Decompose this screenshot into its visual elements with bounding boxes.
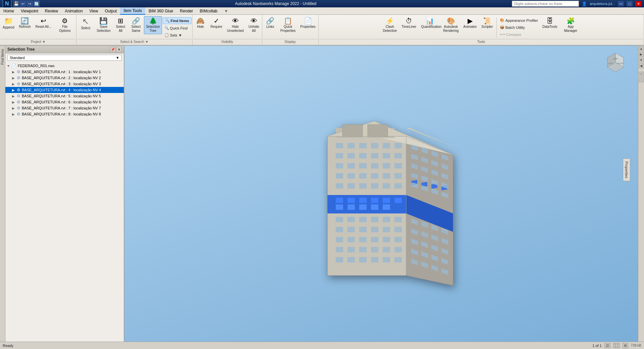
maximize-button[interactable]: □ [627,1,633,6]
svg-rect-56 [383,204,390,210]
selection-tree-button[interactable]: 🌲 SelectionTree [144,16,162,34]
quick-access-refresh[interactable]: 🔄 [34,1,40,7]
find-items-button[interactable]: 🔍 Find Items [163,17,192,24]
quick-access-save[interactable]: 💾 [13,1,19,7]
refresh-button[interactable]: 🔄 Refresh [17,16,33,30]
scroll-left-button[interactable]: ◀ [639,63,644,68]
svg-rect-63 [347,217,355,222]
menu-bim360[interactable]: BIM 360 Glue [145,8,176,14]
layout-button[interactable]: ⧉ [623,343,628,348]
tree-item-nv4[interactable]: ▶ ⚙ BASE_ARQUITETURA.rvt : 4 : localizaç… [5,87,124,93]
tree-item-nv2[interactable]: ▶ ⚙ BASE_ARQUITETURA.rvt : 2 : localizaç… [5,75,124,81]
save-selection-button[interactable]: 💾 SaveSelection [95,16,112,34]
tree-item-nv5[interactable]: ▶ ⚙ BASE_ARQUITETURA.rvt : 5 : localizaç… [5,93,124,99]
clash-detective-button[interactable]: ⚡ ClashDetective [381,16,399,34]
menubar: Home Viewpoint Review Animation View Out… [0,7,644,15]
save-selection-icon: 💾 [99,17,108,24]
links-button[interactable]: 🔗 Links [263,16,278,30]
quick-properties-button[interactable]: 📋 QuickProperties [278,16,298,34]
select-button[interactable]: ↖ Select [77,16,94,32]
compare-button[interactable]: ⟺ Compare [498,31,540,38]
tree-view-dropdown[interactable]: Standard ▼ [7,55,122,61]
select-all-icon: ⊞ [118,17,123,24]
quantification-button[interactable]: 📊 Quantification [419,16,440,30]
scroll-right-button[interactable]: ▶ [639,52,644,57]
svg-rect-91 [394,257,402,262]
select-same-icon: 🔗 [132,17,140,24]
zoom-fit-button[interactable]: ⛶ [613,343,620,348]
file-options-button[interactable]: ⚙ File Options [54,16,75,34]
select-all-button[interactable]: ⊞ SelectAll [113,16,128,34]
properties-button[interactable]: 📄 Properties [298,16,318,30]
hide-button[interactable]: 🙈 Hide [193,16,208,30]
reset-all-button[interactable]: ↩ Reset All... [34,16,54,30]
panel-close-button[interactable]: ✕ [116,47,122,52]
svg-rect-51 [394,198,402,203]
item-nv8-label: BASE_ARQUITETURA.rvt : 8 : localização N… [22,112,101,116]
svg-rect-23 [359,153,367,158]
animator-button[interactable]: ▶ Animator [461,16,479,30]
3d-viewport[interactable]: TOP FRONT LEFT [124,46,644,342]
tree-root-item[interactable]: ▼ 📄 FEDERADO_R01.nwc [5,63,124,69]
menu-more[interactable]: ▼ [221,8,231,14]
sets-button[interactable]: 📋 Sets ▼ [163,32,192,38]
timeliner-icon: ⏱ [406,17,412,24]
tree-item-nv7[interactable]: ▶ ⚙ BASE_ARQUITETURA.rvt : 7 : localizaç… [5,105,124,111]
menu-animation[interactable]: Animation [61,8,86,14]
scroll-down-button[interactable]: ▼ [639,58,644,62]
panel-pin-button[interactable]: 📌 [110,47,115,52]
menu-viewpoint[interactable]: Viewpoint [17,8,42,14]
menu-render[interactable]: Render [176,8,196,14]
menu-bimcollab[interactable]: BIMcollab [197,8,221,14]
svg-rect-69 [347,227,355,232]
root-item-label: FEDERADO_R01.nwc [18,64,55,68]
app-manager-button[interactable]: 🧩 App Manager [560,16,581,34]
menu-output[interactable]: Output [101,8,120,14]
close-button[interactable]: ✕ [635,1,641,6]
quick-access-redo[interactable]: ↪ [27,1,33,7]
svg-rect-38 [394,173,402,179]
batch-utility-button[interactable]: 📦 Batch Utility [498,24,540,31]
item-nv5-icon: ⚙ [17,94,20,98]
appearance-profiler-button[interactable]: 🎨 Appearance Profiler [498,17,540,23]
svg-rect-54 [359,204,367,210]
menu-view[interactable]: View [86,8,102,14]
svg-rect-50 [383,198,390,203]
svg-rect-26 [394,153,402,158]
tree-item-nv8[interactable]: ▶ ⚙ BASE_ARQUITETURA.rvt : 8 : localizaç… [5,111,124,117]
select-same-button[interactable]: 🔗 SelectSame [128,16,143,34]
tree-item-nv6[interactable]: ▶ ⚙ BASE_ARQUITETURA.rvt : 6 : localizaç… [5,99,124,105]
nav-cube[interactable]: TOP FRONT LEFT [604,51,627,75]
tree-item-nv1[interactable]: ▶ ⚙ BASE_ARQUITETURA.rvt : 1 : localizaç… [5,69,124,75]
zoom-out-button[interactable]: - [639,78,644,82]
item-nv5-expander: ▶ [12,94,16,98]
scripter-button[interactable]: 📜 Scripter [479,16,495,30]
ribbon-group-tools: ⚡ ClashDetective ⏱ TimeLiner 📊 Quantific… [319,15,644,45]
quick-access-undo[interactable]: ↩ [20,1,26,7]
svg-rect-32 [394,163,402,168]
find-items-tab[interactable]: Find Items [0,46,5,67]
unhide-all-button[interactable]: 👁 UnhideAll [247,16,261,34]
append-button[interactable]: 📁 Append [1,16,16,31]
datatools-button[interactable]: 🗄 DataTools [540,16,559,30]
tree-item-nv3[interactable]: ▶ ⚙ BASE_ARQUITETURA.rvt : 3 : localizaç… [5,81,124,87]
zoom-in-button[interactable]: + [639,72,644,77]
autodesk-rendering-button[interactable]: 🎨 AutodeskRendering [441,16,461,34]
require-button[interactable]: ✓ Require [209,16,224,30]
svg-rect-20 [394,143,402,148]
scroll-up-button[interactable]: ▲ [639,46,644,51]
main-area: Find Items Selection Tree 📌 ✕ Standard ▼… [0,46,644,342]
hide-unselected-button[interactable]: 👁 HideUnselected [225,16,246,34]
svg-rect-84 [383,247,390,252]
menu-item-tools[interactable]: Item Tools [120,7,145,15]
menu-review[interactable]: Review [42,8,61,14]
datatools-icon: 🗄 [546,17,553,24]
fit-button[interactable]: ⊡ [604,343,610,348]
menu-home[interactable]: Home [0,8,17,14]
search-input[interactable] [512,1,579,7]
minimize-button[interactable]: ─ [618,1,624,6]
properties-panel-tab[interactable]: Properties [623,158,630,181]
svg-rect-72 [383,227,390,232]
quick-find-button[interactable]: 🔍 Quick Find [163,25,192,31]
timeliner-button[interactable]: ⏱ TimeLiner [399,16,418,30]
